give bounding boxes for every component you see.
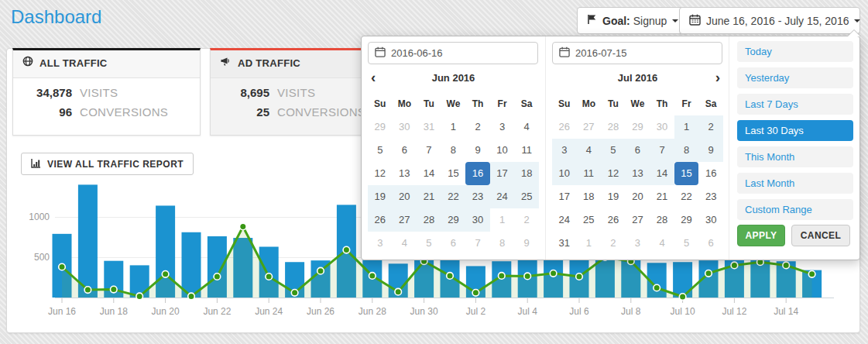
start-date-input[interactable] [391, 47, 515, 59]
day-cell[interactable]: 2 [514, 208, 539, 232]
day-cell[interactable]: 25 [514, 185, 539, 208]
day-cell[interactable]: 19 [368, 185, 393, 208]
day-cell[interactable]: 27 [626, 208, 650, 232]
day-cell[interactable]: 29 [368, 115, 393, 139]
day-cell[interactable]: 1 [674, 115, 699, 139]
day-cell[interactable]: 23 [698, 185, 723, 208]
day-cell[interactable]: 25 [577, 208, 602, 232]
day-cell[interactable]: 28 [650, 208, 674, 232]
day-cell[interactable]: 14 [417, 162, 441, 185]
day-cell[interactable]: 27 [577, 115, 602, 139]
day-cell[interactable]: 8 [674, 139, 699, 162]
end-date-input[interactable] [575, 47, 699, 59]
start-date-field[interactable] [368, 42, 538, 64]
day-cell[interactable]: 18 [577, 185, 602, 208]
day-cell[interactable]: 26 [552, 115, 577, 139]
day-cell[interactable]: 30 [650, 115, 674, 139]
day-cell[interactable]: 21 [650, 185, 674, 208]
date-range-button[interactable]: June 16, 2016 - July 15, 2016 [679, 7, 860, 34]
goal-selector-button[interactable]: Goal: Signup [577, 7, 688, 34]
day-cell[interactable]: 24 [490, 185, 515, 208]
day-cell[interactable]: 30 [393, 115, 417, 139]
day-cell[interactable]: 17 [552, 185, 577, 208]
day-cell[interactable]: 3 [490, 115, 515, 139]
day-cell[interactable]: 26 [601, 208, 626, 232]
card-all-traffic[interactable]: ALL TRAFFIC 34,878VISITS 96CONVERSIONS [12, 48, 201, 136]
day-cell[interactable]: 30 [698, 208, 723, 232]
day-cell[interactable]: 5 [601, 139, 626, 162]
day-cell[interactable]: 31 [417, 115, 441, 139]
day-cell[interactable]: 19 [601, 185, 626, 208]
day-cell[interactable]: 12 [368, 162, 393, 185]
day-cell[interactable]: 29 [674, 208, 699, 232]
day-cell[interactable]: 22 [674, 185, 699, 208]
range-preset-last-30-days[interactable]: Last 30 Days [737, 120, 853, 141]
day-cell[interactable]: 10 [490, 139, 515, 162]
day-cell[interactable]: 5 [417, 232, 441, 255]
day-cell[interactable]: 2 [601, 232, 626, 255]
apply-button[interactable]: APPLY [737, 225, 785, 246]
day-cell[interactable]: 6 [393, 139, 417, 162]
range-preset-yesterday[interactable]: Yesterday [737, 67, 853, 88]
day-cell[interactable]: 8 [441, 139, 466, 162]
day-cell[interactable]: 18 [514, 162, 539, 185]
day-cell[interactable]: 9 [465, 139, 490, 162]
day-cell-selected[interactable]: 16 [465, 162, 490, 185]
day-cell[interactable]: 7 [465, 232, 490, 255]
day-cell[interactable]: 7 [650, 139, 674, 162]
range-preset-today[interactable]: Today [737, 41, 853, 62]
day-cell[interactable]: 1 [441, 115, 466, 139]
day-cell[interactable]: 9 [698, 139, 723, 162]
day-cell[interactable]: 13 [626, 162, 650, 185]
day-cell[interactable]: 29 [626, 115, 650, 139]
day-cell[interactable]: 26 [368, 208, 393, 232]
day-cell[interactable]: 1 [577, 232, 602, 255]
end-date-field[interactable] [552, 42, 722, 64]
chevron-left-icon[interactable]: ‹ [371, 70, 376, 85]
day-cell[interactable]: 6 [441, 232, 466, 255]
day-cell[interactable]: 9 [514, 232, 539, 255]
day-cell[interactable]: 21 [417, 185, 441, 208]
day-cell[interactable]: 3 [368, 232, 393, 255]
day-cell[interactable]: 16 [698, 162, 723, 185]
day-cell[interactable]: 3 [626, 232, 650, 255]
day-cell[interactable]: 28 [601, 115, 626, 139]
day-cell[interactable]: 24 [552, 208, 577, 232]
day-cell[interactable]: 20 [393, 185, 417, 208]
day-cell[interactable]: 11 [577, 162, 602, 185]
cancel-button[interactable]: CANCEL [791, 225, 850, 246]
day-cell[interactable]: 22 [441, 185, 466, 208]
day-cell[interactable]: 31 [552, 232, 577, 255]
range-preset-custom-range[interactable]: Custom Range [737, 199, 853, 220]
day-cell[interactable]: 14 [650, 162, 674, 185]
day-cell-selected[interactable]: 15 [674, 162, 699, 185]
day-cell[interactable]: 27 [393, 208, 417, 232]
day-cell[interactable]: 30 [465, 208, 490, 232]
day-cell[interactable]: 13 [393, 162, 417, 185]
day-cell[interactable]: 2 [698, 115, 723, 139]
day-cell[interactable]: 28 [417, 208, 441, 232]
day-cell[interactable]: 7 [417, 139, 441, 162]
day-cell[interactable]: 4 [393, 232, 417, 255]
day-cell[interactable]: 2 [465, 115, 490, 139]
day-cell[interactable]: 5 [368, 139, 393, 162]
day-cell[interactable]: 4 [577, 139, 602, 162]
day-cell[interactable]: 11 [514, 139, 539, 162]
day-cell[interactable]: 20 [626, 185, 650, 208]
day-cell[interactable]: 3 [552, 139, 577, 162]
day-cell[interactable]: 5 [674, 232, 699, 255]
range-preset-last-month[interactable]: Last Month [737, 173, 853, 194]
day-cell[interactable]: 17 [490, 162, 515, 185]
day-cell[interactable]: 23 [465, 185, 490, 208]
day-cell[interactable]: 12 [601, 162, 626, 185]
day-cell[interactable]: 4 [514, 115, 539, 139]
range-preset-this-month[interactable]: This Month [737, 146, 853, 167]
day-cell[interactable]: 4 [650, 232, 674, 255]
range-preset-last-7-days[interactable]: Last 7 Days [737, 94, 853, 115]
day-cell[interactable]: 6 [626, 139, 650, 162]
day-cell[interactable]: 6 [698, 232, 723, 255]
day-cell[interactable]: 1 [490, 208, 515, 232]
day-cell[interactable]: 10 [552, 162, 577, 185]
day-cell[interactable]: 15 [441, 162, 466, 185]
day-cell[interactable]: 29 [441, 208, 466, 232]
